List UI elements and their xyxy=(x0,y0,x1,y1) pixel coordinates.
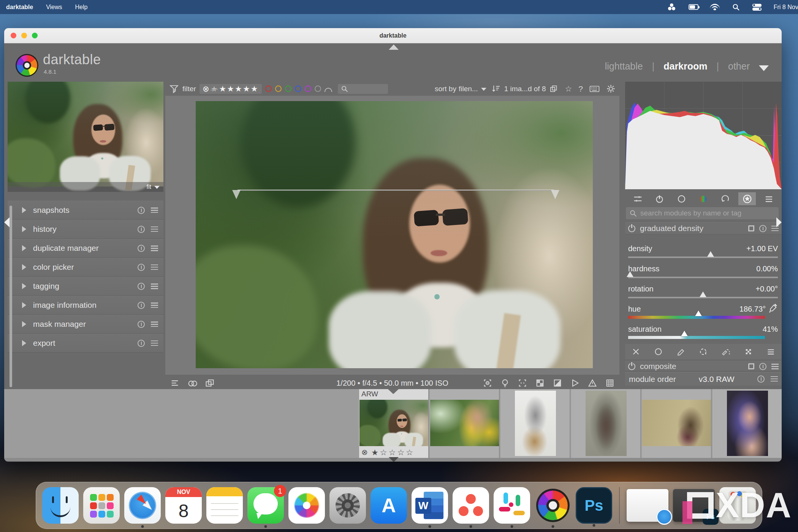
expand-arrow-icon[interactable] xyxy=(22,207,26,213)
image-stack-icon[interactable] xyxy=(549,84,558,93)
dock-launchpad-icon[interactable] xyxy=(83,487,120,524)
color-label-icon-0[interactable] xyxy=(265,86,272,92)
slider-track[interactable] xyxy=(628,316,765,319)
presets-menu-icon[interactable] xyxy=(151,264,158,270)
module-graduated-density-header[interactable]: graduated density xyxy=(625,222,782,234)
reset-icon[interactable] xyxy=(138,321,145,328)
collapse-right-panel-handle[interactable] xyxy=(776,217,782,227)
dock-calendar-icon[interactable]: NOV8 xyxy=(165,487,202,524)
view-other[interactable]: other xyxy=(728,61,750,72)
reset-module-icon[interactable] xyxy=(759,363,766,370)
section-mask-manager[interactable]: mask manager xyxy=(8,315,163,334)
filmstrip-thumbnail-portrait-woman-sunglasses[interactable]: ARW⊗★☆☆☆☆ xyxy=(359,389,429,458)
zero-star-icon[interactable]: ★ xyxy=(211,84,218,93)
menubar-item-views[interactable]: Views xyxy=(46,4,62,11)
duplicate-module-icon[interactable] xyxy=(748,363,754,369)
module-tab-color-group[interactable] xyxy=(695,192,712,205)
window-titlebar[interactable]: darktable xyxy=(4,28,782,43)
histogram[interactable] xyxy=(625,82,782,189)
module-tab-presets-menu[interactable] xyxy=(760,192,778,205)
expand-arrow-icon[interactable] xyxy=(22,264,26,270)
views-chevron-icon[interactable] xyxy=(759,65,769,71)
presets-menu-icon[interactable] xyxy=(151,245,158,251)
expand-arrow-icon[interactable] xyxy=(22,283,26,289)
dock-appstore-icon[interactable] xyxy=(370,487,407,524)
zoom-fit-icon[interactable] xyxy=(518,378,527,388)
slider-track[interactable] xyxy=(628,297,778,298)
dock-messages-icon[interactable]: 1 xyxy=(247,487,284,524)
menubar-item-help[interactable]: Help xyxy=(75,4,88,11)
reset-module-icon[interactable] xyxy=(757,375,765,383)
filter-funnel-icon[interactable] xyxy=(169,84,179,94)
slider-hardness[interactable]: hardness0.00% xyxy=(627,263,779,283)
slider-marker[interactable] xyxy=(707,251,714,257)
navigation-thumbnail[interactable]: fit xyxy=(8,82,163,192)
expand-arrow-icon[interactable] xyxy=(22,302,26,308)
filmstrip-thumbnail-woman-yellow-petals[interactable] xyxy=(430,389,500,458)
module-order-row[interactable]: module order v3.0 RAW xyxy=(625,372,782,386)
drawn-mask-icon[interactable] xyxy=(676,347,686,356)
raster-mask-icon[interactable] xyxy=(744,347,753,356)
dock-photos-icon[interactable] xyxy=(288,487,325,524)
gamut-check-icon[interactable] xyxy=(535,378,545,388)
slider-track[interactable] xyxy=(628,277,778,278)
battery-icon[interactable] xyxy=(689,3,698,11)
expand-arrow-icon[interactable] xyxy=(22,340,26,346)
reset-icon[interactable] xyxy=(138,302,145,309)
sort-chevron-icon[interactable] xyxy=(481,88,486,91)
sort-by-control[interactable]: sort by filen... xyxy=(435,85,488,93)
shapes-icon[interactable] xyxy=(667,3,677,11)
reset-module-icon[interactable] xyxy=(759,225,766,232)
blend-off-icon[interactable] xyxy=(631,347,641,356)
dock-safari-icon[interactable] xyxy=(124,487,161,524)
graduated-density-overlay-line[interactable] xyxy=(238,190,554,191)
module-power-icon[interactable] xyxy=(628,363,635,370)
rating-filter[interactable]: ⊗ ★ ★★★★★ xyxy=(200,84,262,94)
left-panel-scrollbar[interactable] xyxy=(10,206,12,387)
presets-menu-icon[interactable] xyxy=(151,321,158,327)
module-title[interactable]: graduated density xyxy=(640,224,744,233)
drawn-parametric-mask-icon[interactable] xyxy=(721,347,731,356)
collapse-bottom-panel-handle[interactable] xyxy=(389,457,399,462)
star-rating[interactable]: ★☆☆☆☆ xyxy=(361,448,415,457)
wifi-icon[interactable] xyxy=(710,4,720,11)
presets-menu-icon[interactable] xyxy=(151,207,158,213)
module-tab-basic-group[interactable] xyxy=(673,192,690,205)
filmstrip-thumbnail-woman-purple-headscarf[interactable] xyxy=(712,389,782,458)
dock-slack-icon[interactable] xyxy=(494,487,530,524)
dock-darktable-icon[interactable] xyxy=(535,487,571,524)
filmstrip-thumbnail-man-on-stool[interactable] xyxy=(500,389,570,458)
module-title[interactable]: composite xyxy=(640,362,744,371)
presets-menu-icon[interactable] xyxy=(771,376,778,382)
presets-menu-icon[interactable] xyxy=(151,226,158,232)
reset-icon[interactable] xyxy=(138,340,145,347)
reset-icon[interactable] xyxy=(138,207,145,214)
zoom-mode-value[interactable]: fit xyxy=(147,184,151,190)
minimized-window-safari[interactable] xyxy=(627,489,668,522)
filmstrip-thumbnail-woman-arched-door[interactable] xyxy=(571,389,641,458)
blend-uniform-icon[interactable] xyxy=(654,347,663,356)
color-label-none-icon[interactable] xyxy=(325,88,332,92)
filter-search-input[interactable] xyxy=(338,84,388,94)
softproof-icon[interactable] xyxy=(570,378,580,388)
dock-word-icon[interactable] xyxy=(412,487,448,524)
presets-menu-icon[interactable] xyxy=(151,283,158,289)
reject-filter-icon[interactable]: ⊗ xyxy=(203,84,209,93)
expand-arrow-icon[interactable] xyxy=(22,321,26,327)
slider-marker[interactable] xyxy=(700,291,706,297)
presets-menu-icon[interactable] xyxy=(151,302,158,308)
section-tagging[interactable]: tagging xyxy=(8,277,163,296)
slider-density[interactable]: density+1.00 EV xyxy=(627,243,779,263)
module-power-icon[interactable] xyxy=(628,225,635,232)
focus-peaking-icon[interactable] xyxy=(483,378,492,388)
module-tab-effects-group[interactable] xyxy=(738,192,756,205)
spotlight-icon[interactable] xyxy=(731,3,741,11)
color-label-icon-4[interactable] xyxy=(305,86,311,92)
module-tab-active-modules[interactable] xyxy=(629,192,646,205)
view-lighttable[interactable]: lighttable xyxy=(605,61,643,72)
slider-marker[interactable] xyxy=(695,310,702,316)
duplicate-module-icon[interactable] xyxy=(748,225,754,231)
slider-hue[interactable]: hue186.73° xyxy=(627,303,779,323)
iso12646-icon[interactable] xyxy=(500,378,510,388)
star-icon[interactable]: ☆ xyxy=(565,84,572,93)
